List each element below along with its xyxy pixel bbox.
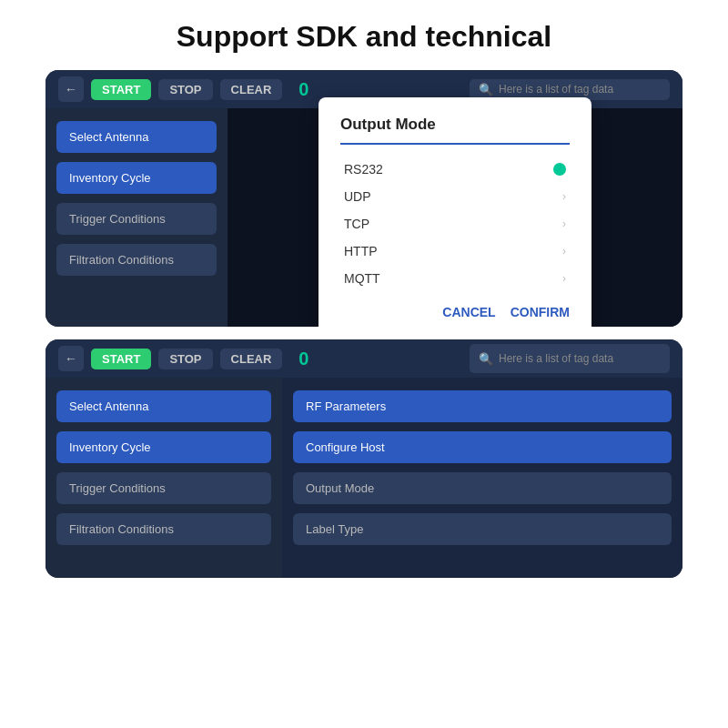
option-label-http: HTTP <box>344 244 378 258</box>
back-icon-2: ← <box>65 351 77 366</box>
sidebar-item-filtration-conditions[interactable]: Filtration Conditions <box>56 244 217 276</box>
search-placeholder-2: Here is a list of tag data <box>499 352 613 365</box>
option-label-tcp: TCP <box>344 217 369 231</box>
dialog-option-http[interactable]: HTTP › <box>340 238 570 265</box>
sidebar-1: Select Antenna Inventory Cycle Trigger C… <box>46 108 228 327</box>
dialog-overlay: Output Mode RS232 UDP › TCP › <box>228 108 682 327</box>
dialog-option-mqtt[interactable]: MQTT › <box>340 265 570 292</box>
start-button-2[interactable]: START <box>91 349 151 369</box>
dialog-confirm-button[interactable]: CONFIRM <box>511 305 570 319</box>
dialog-option-udp[interactable]: UDP › <box>340 183 570 210</box>
panel-2-body: Select Antenna Inventory Cycle Trigger C… <box>46 378 682 578</box>
panel-2: ← START STOP CLEAR 0 🔍 Here is a list of… <box>46 339 682 578</box>
dialog-title: Output Mode <box>340 116 570 145</box>
p2-configure-host[interactable]: Configure Host <box>293 431 672 463</box>
p2-trigger-conditions[interactable]: Trigger Conditions <box>56 472 271 504</box>
start-button-1[interactable]: START <box>91 79 151 100</box>
tag-count-1: 0 <box>298 79 308 100</box>
arrow-mqtt: › <box>562 272 566 285</box>
dialog-option-tcp[interactable]: TCP › <box>340 210 570 238</box>
p2-rf-parameters[interactable]: RF Parameters <box>293 390 672 422</box>
p2-inventory-cycle[interactable]: Inventory Cycle <box>56 431 271 463</box>
back-icon-1: ← <box>65 82 77 96</box>
back-button-1[interactable]: ← <box>58 76 84 102</box>
page-title: Support SDK and technical <box>0 0 728 70</box>
main-area-1: Output Mode RS232 UDP › TCP › <box>228 108 682 327</box>
sidebar-item-inventory-cycle[interactable]: Inventory Cycle <box>56 162 217 194</box>
arrow-udp: › <box>562 190 566 203</box>
option-label-rs232: RS232 <box>344 162 383 177</box>
search-bar-2[interactable]: 🔍 Here is a list of tag data <box>470 344 670 373</box>
p2-select-antenna[interactable]: Select Antenna <box>56 390 271 422</box>
panel2-left-col: Select Antenna Inventory Cycle Trigger C… <box>46 378 282 578</box>
sidebar-item-select-antenna[interactable]: Select Antenna <box>56 121 217 153</box>
toolbar-2: ← START STOP CLEAR 0 🔍 Here is a list of… <box>46 339 682 378</box>
radio-rs232-selected <box>553 163 566 176</box>
back-button-2[interactable]: ← <box>58 346 84 371</box>
sidebar-item-trigger-conditions[interactable]: Trigger Conditions <box>56 203 217 235</box>
arrow-http: › <box>562 245 566 258</box>
search-placeholder-1: Here is a list of tag data <box>499 83 613 96</box>
option-label-mqtt: MQTT <box>344 271 380 286</box>
search-icon-2: 🔍 <box>479 352 493 366</box>
option-label-udp: UDP <box>344 189 371 204</box>
panel-1-body: Select Antenna Inventory Cycle Trigger C… <box>46 108 682 327</box>
clear-button-2[interactable]: CLEAR <box>220 349 283 369</box>
clear-button-1[interactable]: CLEAR <box>220 79 283 100</box>
arrow-tcp: › <box>562 217 566 230</box>
panel2-right-col: RF Parameters Configure Host Output Mode… <box>282 378 682 578</box>
search-icon-1: 🔍 <box>479 83 493 96</box>
dialog-actions: CANCEL CONFIRM <box>340 305 570 319</box>
p2-label-type[interactable]: Label Type <box>293 513 672 545</box>
tag-count-2: 0 <box>298 349 308 369</box>
stop-button-2[interactable]: STOP <box>158 349 212 369</box>
p2-output-mode[interactable]: Output Mode <box>293 472 672 504</box>
p2-filtration-conditions[interactable]: Filtration Conditions <box>56 513 271 545</box>
dialog-cancel-button[interactable]: CANCEL <box>442 305 495 319</box>
stop-button-1[interactable]: STOP <box>158 79 212 100</box>
output-mode-dialog: Output Mode RS232 UDP › TCP › <box>318 97 592 327</box>
dialog-options: RS232 UDP › TCP › HTTP <box>340 156 570 292</box>
panel-1: ← START STOP CLEAR 0 🔍 Here is a list of… <box>46 70 682 327</box>
dialog-option-rs232[interactable]: RS232 <box>340 156 570 183</box>
